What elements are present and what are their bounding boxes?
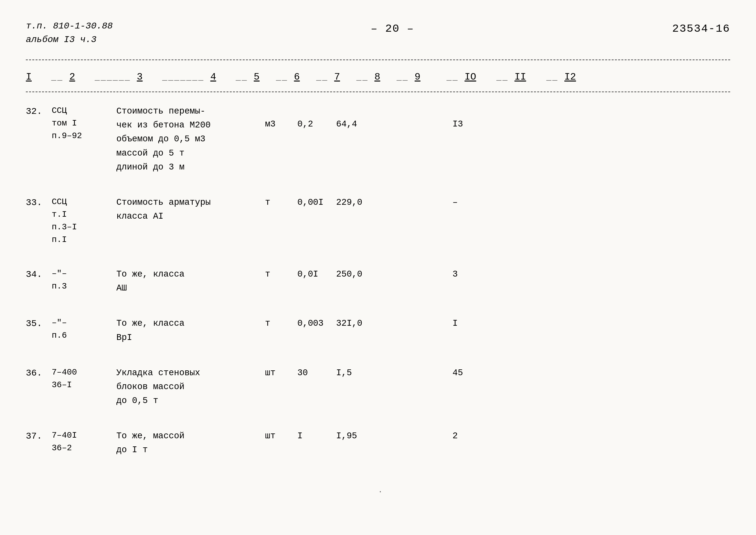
row-34-qty: 0,0I xyxy=(297,268,336,281)
header: т.п. 810-1-30.88 альбом I3 ч.3 – 20 – 23… xyxy=(26,19,730,50)
row-35-ref: –"– п.6 xyxy=(52,317,116,342)
row-35-desc: То же, класса ВрI xyxy=(116,317,265,345)
row-37-qty: I xyxy=(297,429,336,443)
col-header-6: 6 xyxy=(294,71,310,82)
row-37-price: I,95 xyxy=(336,429,381,443)
row-35-price: 32I,0 xyxy=(336,317,381,330)
row-32-col9: I3 xyxy=(452,104,504,131)
table-row: 36. 7–400 36–I Укладка стеновых блоков м… xyxy=(26,360,730,414)
row-37-col9: 2 xyxy=(452,429,504,443)
col-header-7: 7 xyxy=(334,71,350,82)
table-row: 37. 7–40I 36–2 То же, массой до I т шт I… xyxy=(26,423,730,463)
col-header-11: II xyxy=(515,71,540,82)
row-35-num: 35. xyxy=(26,317,52,331)
row-36-num: 36. xyxy=(26,366,52,381)
row-33-col9: – xyxy=(452,196,504,210)
header-center: – 20 – xyxy=(371,19,414,35)
row-35-col9: I xyxy=(452,317,504,330)
row-35-unit: т xyxy=(265,317,297,330)
row-32-qty: 0,2 xyxy=(297,104,336,131)
row-34-ref: –"– п.3 xyxy=(52,268,116,293)
row-33-price: 229,0 xyxy=(336,196,381,210)
row-37-ref: 7–40I 36–2 xyxy=(52,429,116,455)
row-36-unit: шт xyxy=(265,366,297,380)
row-34-desc: То же, класса АШ xyxy=(116,268,265,295)
row-33-unit: т xyxy=(265,196,297,210)
column-headers-row: I __ 2 ______ 3 _______ 4 __ 5 __ 6 __ 7… xyxy=(26,67,730,85)
table-row: 34. –"– п.3 То же, класса АШ т 0,0I 250,… xyxy=(26,262,730,301)
row-36-price: I,5 xyxy=(336,366,381,380)
table-row: 32. ССЦ том I п.9–92 Стоимость перемы- ч… xyxy=(26,99,730,180)
row-37-unit: шт xyxy=(265,429,297,443)
col-header-3: 3 xyxy=(137,71,156,82)
row-32-ref: ССЦ том I п.9–92 xyxy=(52,104,116,142)
decorative-dot: · xyxy=(378,488,383,496)
col-header-12: I2 xyxy=(564,71,584,82)
col-header-4: 4 xyxy=(210,71,230,82)
row-33-ref: ССЦ т.I п.3–I п.I xyxy=(52,196,116,246)
col-header-10: IO xyxy=(465,71,490,82)
row-36-qty: 30 xyxy=(297,366,336,380)
row-36-ref: 7–400 36–I xyxy=(52,366,116,391)
row-32-col8 xyxy=(414,104,452,117)
row-32-col7 xyxy=(381,104,414,117)
row-34-price: 250,0 xyxy=(336,268,381,281)
col-header-5: 5 xyxy=(254,71,270,82)
row-33-desc: Стоимость арматуры класса АI xyxy=(116,196,265,223)
row-37-num: 37. xyxy=(26,429,52,444)
table-body: 32. ССЦ том I п.9–92 Стоимость перемы- ч… xyxy=(26,99,730,463)
row-36-desc: Укладка стеновых блоков массой до 0,5 т xyxy=(116,366,265,408)
row-34-unit: т xyxy=(265,268,297,281)
row-32-num: 32. xyxy=(26,104,52,119)
table-row: 35. –"– п.6 То же, класса ВрI т 0,003 32… xyxy=(26,311,730,350)
col-header-1: I xyxy=(26,71,45,82)
row-32-unit: м3 xyxy=(265,104,297,131)
header-right: 23534-16 xyxy=(672,19,730,35)
header-second-line: альбом I3 ч.3 xyxy=(26,33,113,46)
header-left: т.п. 810-1-30.88 альбом I3 ч.3 xyxy=(26,19,113,46)
row-32-desc: Стоимость перемы- чек из бетона М200 объ… xyxy=(116,104,265,174)
row-35-qty: 0,003 xyxy=(297,317,336,330)
header-bottom-dashed-line xyxy=(26,92,730,92)
row-33-num: 33. xyxy=(26,196,52,210)
top-dashed-line xyxy=(26,60,730,60)
row-37-desc: То же, массой до I т xyxy=(116,429,265,457)
header-top-line: т.п. 810-1-30.88 xyxy=(26,19,113,33)
col-header-2: 2 xyxy=(69,71,89,82)
row-33-qty: 0,00I xyxy=(297,196,336,210)
row-36-col9: 45 xyxy=(452,366,504,380)
col-header-9: 9 xyxy=(415,71,441,82)
row-32-price: 64,4 xyxy=(336,104,381,131)
table-row: 33. ССЦ т.I п.3–I п.I Стоимость арматуры… xyxy=(26,190,730,252)
page: т.п. 810-1-30.88 альбом I3 ч.3 – 20 – 23… xyxy=(0,0,756,535)
row-34-num: 34. xyxy=(26,268,52,282)
col-header-8: 8 xyxy=(374,71,391,82)
row-34-col9: 3 xyxy=(452,268,504,281)
